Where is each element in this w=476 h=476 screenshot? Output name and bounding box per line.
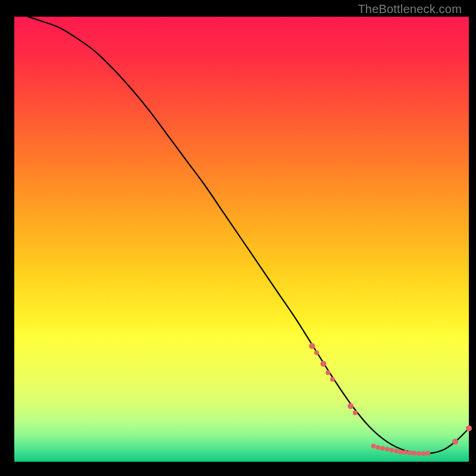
data-marker bbox=[321, 361, 327, 367]
data-marker bbox=[384, 447, 389, 452]
x-axis-bar bbox=[0, 462, 476, 476]
data-marker bbox=[389, 448, 394, 453]
data-marker bbox=[425, 451, 430, 456]
data-marker bbox=[394, 449, 399, 453]
watermark-text: TheBottleneck.com bbox=[358, 2, 462, 16]
data-marker bbox=[416, 451, 421, 456]
data-marker bbox=[325, 370, 330, 375]
data-marker bbox=[412, 451, 416, 456]
data-marker bbox=[371, 444, 376, 449]
data-marker bbox=[403, 450, 408, 455]
data-marker bbox=[452, 439, 458, 444]
data-marker bbox=[330, 377, 335, 382]
data-marker bbox=[314, 350, 319, 355]
data-marker bbox=[309, 343, 315, 349]
data-marker bbox=[466, 425, 472, 431]
data-marker bbox=[347, 403, 353, 409]
data-marker bbox=[421, 451, 426, 456]
chart-svg bbox=[0, 0, 476, 476]
data-marker bbox=[353, 411, 358, 415]
data-marker bbox=[380, 446, 385, 451]
data-marker bbox=[408, 450, 412, 455]
data-marker bbox=[375, 445, 380, 450]
data-marker bbox=[398, 450, 403, 455]
chart-stage: TheBottleneck.com bbox=[0, 0, 476, 476]
